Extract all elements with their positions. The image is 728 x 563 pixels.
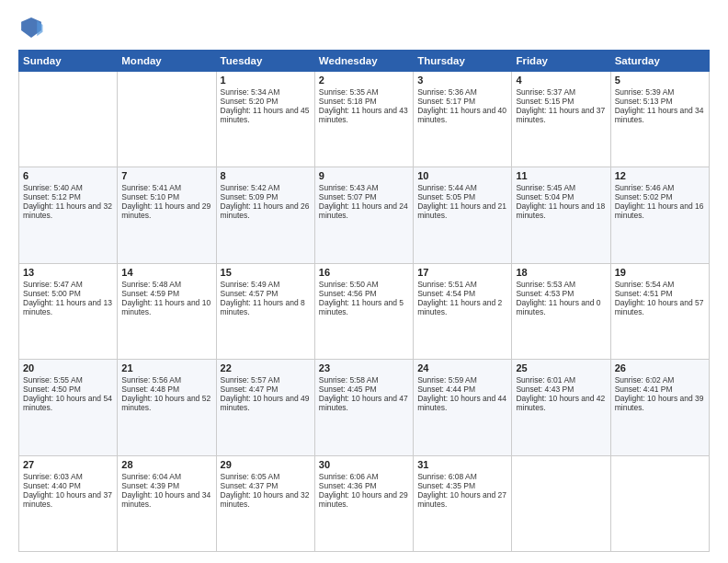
sunrise-text: Sunrise: 6:02 AM: [615, 375, 675, 385]
sunset-text: Sunset: 5:12 PM: [23, 192, 81, 201]
sunset-text: Sunset: 5:00 PM: [23, 289, 81, 298]
sunrise-text: Sunrise: 5:42 AM: [221, 183, 280, 192]
day-number: 25: [516, 362, 606, 373]
day-number: 15: [221, 267, 311, 278]
daylight-text: Daylight: 10 hours and 34 minutes.: [121, 490, 210, 509]
daylight-text: Daylight: 11 hours and 37 minutes.: [516, 106, 605, 124]
calendar-cell: 4 Sunrise: 5:37 AM Sunset: 5:15 PM Dayli…: [512, 72, 610, 167]
calendar-cell: 18 Sunrise: 5:53 AM Sunset: 4:53 PM Dayl…: [512, 263, 610, 359]
day-number: 13: [23, 267, 113, 278]
calendar-cell: 27 Sunrise: 6:03 AM Sunset: 4:40 PM Dayl…: [19, 455, 118, 551]
calendar-cell: 11 Sunrise: 5:45 AM Sunset: 5:04 PM Dayl…: [512, 167, 610, 263]
calendar-cell: [610, 455, 709, 551]
day-number: 10: [417, 170, 507, 181]
sunset-text: Sunset: 4:47 PM: [221, 385, 279, 394]
day-number: 4: [516, 75, 606, 86]
week-row-3: 13 Sunrise: 5:47 AM Sunset: 5:00 PM Dayl…: [19, 263, 710, 359]
sunset-text: Sunset: 4:45 PM: [319, 385, 377, 394]
sunrise-text: Sunrise: 5:57 AM: [221, 375, 280, 385]
day-number: 5: [615, 75, 705, 86]
sunset-text: Sunset: 5:18 PM: [319, 97, 377, 106]
calendar-table: SundayMondayTuesdayWednesdayThursdayFrid…: [18, 50, 710, 552]
weekday-header-friday: Friday: [512, 51, 610, 72]
day-number: 29: [221, 459, 311, 470]
sunset-text: Sunset: 4:54 PM: [417, 289, 475, 298]
daylight-text: Daylight: 11 hours and 2 minutes.: [417, 298, 502, 316]
day-number: 1: [221, 75, 311, 86]
day-number: 30: [319, 459, 409, 470]
sunrise-text: Sunrise: 5:58 AM: [319, 375, 379, 385]
calendar-cell: 16 Sunrise: 5:50 AM Sunset: 4:56 PM Dayl…: [314, 263, 413, 359]
calendar-cell: [19, 72, 118, 167]
sunset-text: Sunset: 4:57 PM: [221, 289, 279, 298]
sunrise-text: Sunrise: 5:47 AM: [23, 280, 83, 289]
calendar-cell: [118, 72, 216, 167]
daylight-text: Daylight: 11 hours and 13 minutes.: [23, 298, 112, 316]
calendar-cell: 13 Sunrise: 5:47 AM Sunset: 5:00 PM Dayl…: [19, 263, 118, 359]
weekday-header-sunday: Sunday: [19, 51, 118, 72]
sunrise-text: Sunrise: 6:01 AM: [516, 375, 575, 385]
day-number: 9: [319, 170, 409, 181]
day-number: 3: [417, 75, 507, 86]
calendar-cell: 29 Sunrise: 6:05 AM Sunset: 4:37 PM Dayl…: [216, 455, 314, 551]
daylight-text: Daylight: 11 hours and 8 minutes.: [221, 298, 305, 316]
calendar-cell: 6 Sunrise: 5:40 AM Sunset: 5:12 PM Dayli…: [19, 167, 118, 263]
sunset-text: Sunset: 4:50 PM: [23, 385, 81, 394]
sunrise-text: Sunrise: 5:37 AM: [516, 87, 575, 97]
sunrise-text: Sunrise: 5:50 AM: [319, 280, 379, 289]
sunset-text: Sunset: 4:36 PM: [319, 481, 377, 490]
daylight-text: Daylight: 11 hours and 40 minutes.: [417, 106, 506, 124]
daylight-text: Daylight: 10 hours and 32 minutes.: [221, 490, 310, 509]
calendar-cell: 5 Sunrise: 5:39 AM Sunset: 5:13 PM Dayli…: [610, 72, 709, 167]
calendar-cell: 8 Sunrise: 5:42 AM Sunset: 5:09 PM Dayli…: [216, 167, 314, 263]
sunrise-text: Sunrise: 6:04 AM: [121, 472, 181, 481]
week-row-2: 6 Sunrise: 5:40 AM Sunset: 5:12 PM Dayli…: [19, 167, 710, 263]
sunset-text: Sunset: 4:39 PM: [121, 481, 179, 490]
day-number: 22: [221, 362, 311, 373]
daylight-text: Daylight: 10 hours and 57 minutes.: [615, 298, 704, 316]
calendar-cell: 26 Sunrise: 6:02 AM Sunset: 4:41 PM Dayl…: [610, 360, 709, 455]
sunset-text: Sunset: 5:02 PM: [615, 192, 673, 201]
calendar-cell: 14 Sunrise: 5:48 AM Sunset: 4:59 PM Dayl…: [118, 263, 216, 359]
sunrise-text: Sunrise: 5:48 AM: [121, 280, 181, 289]
day-number: 17: [417, 267, 507, 278]
daylight-text: Daylight: 11 hours and 43 minutes.: [319, 106, 408, 124]
calendar-cell: 10 Sunrise: 5:44 AM Sunset: 5:05 PM Dayl…: [414, 167, 512, 263]
sunrise-text: Sunrise: 5:41 AM: [121, 183, 181, 192]
sunrise-text: Sunrise: 5:54 AM: [615, 280, 675, 289]
daylight-text: Daylight: 10 hours and 47 minutes.: [319, 394, 408, 412]
weekday-header-thursday: Thursday: [414, 51, 512, 72]
sunset-text: Sunset: 5:20 PM: [221, 97, 279, 106]
day-number: 20: [23, 362, 113, 373]
day-number: 28: [121, 459, 211, 470]
header: [18, 15, 710, 40]
sunrise-text: Sunrise: 6:06 AM: [319, 472, 379, 481]
weekday-header-tuesday: Tuesday: [216, 51, 314, 72]
sunrise-text: Sunrise: 5:56 AM: [121, 375, 181, 385]
sunrise-text: Sunrise: 5:39 AM: [615, 87, 675, 97]
calendar-cell: 3 Sunrise: 5:36 AM Sunset: 5:17 PM Dayli…: [414, 72, 512, 167]
calendar-cell: 19 Sunrise: 5:54 AM Sunset: 4:51 PM Dayl…: [610, 263, 709, 359]
day-number: 8: [221, 170, 311, 181]
calendar-cell: 31 Sunrise: 6:08 AM Sunset: 4:35 PM Dayl…: [414, 455, 512, 551]
sunset-text: Sunset: 5:17 PM: [417, 97, 475, 106]
sunset-text: Sunset: 5:13 PM: [615, 97, 673, 106]
sunset-text: Sunset: 5:05 PM: [417, 192, 475, 201]
calendar-cell: 7 Sunrise: 5:41 AM Sunset: 5:10 PM Dayli…: [118, 167, 216, 263]
daylight-text: Daylight: 11 hours and 26 minutes.: [221, 201, 310, 220]
calendar-cell: 12 Sunrise: 5:46 AM Sunset: 5:02 PM Dayl…: [610, 167, 709, 263]
calendar-cell: 22 Sunrise: 5:57 AM Sunset: 4:47 PM Dayl…: [216, 360, 314, 455]
calendar-cell: 2 Sunrise: 5:35 AM Sunset: 5:18 PM Dayli…: [314, 72, 413, 167]
calendar-cell: 20 Sunrise: 5:55 AM Sunset: 4:50 PM Dayl…: [19, 360, 118, 455]
daylight-text: Daylight: 11 hours and 34 minutes.: [615, 106, 704, 124]
sunset-text: Sunset: 4:40 PM: [23, 481, 81, 490]
week-row-4: 20 Sunrise: 5:55 AM Sunset: 4:50 PM Dayl…: [19, 360, 710, 455]
day-number: 2: [319, 75, 409, 86]
sunrise-text: Sunrise: 5:45 AM: [516, 183, 575, 192]
daylight-text: Daylight: 11 hours and 5 minutes.: [319, 298, 404, 316]
sunset-text: Sunset: 4:37 PM: [221, 481, 279, 490]
sunset-text: Sunset: 5:15 PM: [516, 97, 574, 106]
sunrise-text: Sunrise: 5:55 AM: [23, 375, 83, 385]
daylight-text: Daylight: 10 hours and 49 minutes.: [221, 394, 310, 412]
calendar-cell: 28 Sunrise: 6:04 AM Sunset: 4:39 PM Dayl…: [118, 455, 216, 551]
